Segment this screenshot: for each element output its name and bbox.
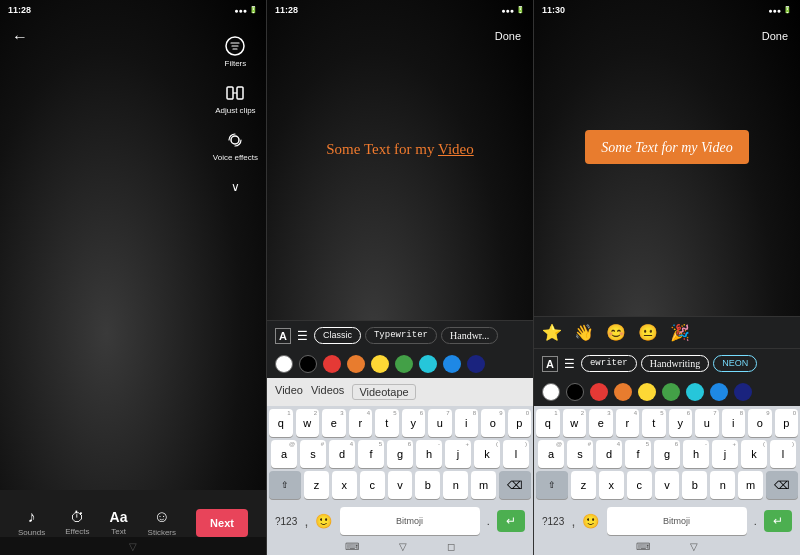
color-yellow[interactable] (371, 355, 389, 373)
stickers-button[interactable]: ☺ Stickers (148, 508, 176, 537)
color-orange[interactable] (614, 383, 632, 401)
back-button[interactable]: ← (12, 28, 28, 46)
style-ewriter[interactable]: ewriter (581, 355, 637, 372)
filters-menu-item[interactable]: Filters (224, 35, 246, 68)
key-a[interactable]: @a (538, 440, 564, 468)
color-blue[interactable] (443, 355, 461, 373)
party-icon[interactable]: 🎉 (670, 323, 690, 342)
key-y[interactable]: 6y (402, 409, 426, 437)
key-s[interactable]: #s (300, 440, 326, 468)
key-i[interactable]: 8i (455, 409, 479, 437)
neutral-icon[interactable]: 😐 (638, 323, 658, 342)
key-b[interactable]: b (415, 471, 440, 499)
key-j[interactable]: +j (712, 440, 738, 468)
key-m[interactable]: m (471, 471, 496, 499)
key-e[interactable]: 3e (589, 409, 613, 437)
key-t[interactable]: 5t (642, 409, 666, 437)
color-navy[interactable] (734, 383, 752, 401)
key-delete[interactable]: ⌫ (499, 471, 531, 499)
key-l[interactable]: )l (503, 440, 529, 468)
key-c[interactable]: c (627, 471, 652, 499)
numeric-toggle[interactable]: ?123 (542, 516, 564, 527)
emoji-key[interactable]: 🙂 (582, 513, 599, 529)
key-a[interactable]: @a (271, 440, 297, 468)
key-s[interactable]: #s (567, 440, 593, 468)
key-m[interactable]: m (738, 471, 763, 499)
suggestion-video[interactable]: Video (275, 384, 303, 400)
key-r[interactable]: 4r (616, 409, 640, 437)
voice-effects-menu-item[interactable]: Voice effects (213, 129, 258, 162)
paragraph-icon[interactable]: ☰ (564, 357, 575, 371)
text-align-icon[interactable]: A (275, 328, 291, 344)
paragraph-icon[interactable]: ☰ (297, 329, 308, 343)
key-n[interactable]: n (443, 471, 468, 499)
home-nav-icon[interactable]: ▽ (399, 541, 407, 552)
back-nav-icon[interactable]: ◻ (447, 541, 455, 552)
key-w[interactable]: 2w (296, 409, 320, 437)
key-l[interactable]: )l (770, 440, 796, 468)
key-o[interactable]: 9o (481, 409, 505, 437)
color-green[interactable] (662, 383, 680, 401)
panel2-done-button[interactable]: Done (495, 30, 521, 42)
period-key[interactable]: . (487, 515, 490, 527)
key-f[interactable]: 5f (625, 440, 651, 468)
style-classic[interactable]: Classic (314, 327, 361, 344)
color-white[interactable] (275, 355, 293, 373)
color-navy[interactable] (467, 355, 485, 373)
key-f[interactable]: 5f (358, 440, 384, 468)
key-e[interactable]: 3e (322, 409, 346, 437)
color-orange[interactable] (347, 355, 365, 373)
key-x[interactable]: x (599, 471, 624, 499)
color-teal[interactable] (419, 355, 437, 373)
comma-key[interactable]: , (571, 513, 575, 529)
comma-key[interactable]: , (304, 513, 308, 529)
key-g[interactable]: 6g (654, 440, 680, 468)
key-k[interactable]: (k (474, 440, 500, 468)
adjust-clips-menu-item[interactable]: Adjust clips (215, 82, 255, 115)
home-nav-icon[interactable]: ▽ (690, 541, 698, 552)
keyboard-nav-icon[interactable]: ⌨ (636, 541, 650, 552)
emoji-key[interactable]: 🙂 (315, 513, 332, 529)
style-typewriter[interactable]: Typewriter (365, 327, 437, 344)
key-o[interactable]: 9o (748, 409, 772, 437)
effects-button[interactable]: ⏱ Effects (65, 509, 89, 536)
style-neon[interactable]: NEON (713, 355, 757, 372)
key-z[interactable]: z (571, 471, 596, 499)
key-t[interactable]: 5t (375, 409, 399, 437)
color-teal[interactable] (686, 383, 704, 401)
color-white[interactable] (542, 383, 560, 401)
text-align-icon[interactable]: A (542, 356, 558, 372)
key-d[interactable]: 4d (329, 440, 355, 468)
key-p[interactable]: 0p (508, 409, 532, 437)
keyboard-nav-icon[interactable]: ⌨ (345, 541, 359, 552)
key-shift[interactable]: ⇧ (269, 471, 301, 499)
key-x[interactable]: x (332, 471, 357, 499)
key-n[interactable]: n (710, 471, 735, 499)
next-button[interactable]: Next (196, 509, 248, 537)
key-v[interactable]: v (655, 471, 680, 499)
color-red[interactable] (590, 383, 608, 401)
color-red[interactable] (323, 355, 341, 373)
style-handwriting[interactable]: Handwr... (441, 327, 498, 344)
key-d[interactable]: 4d (596, 440, 622, 468)
key-c[interactable]: c (360, 471, 385, 499)
key-i[interactable]: 8i (722, 409, 746, 437)
key-q[interactable]: 1q (269, 409, 293, 437)
key-u[interactable]: 7u (428, 409, 452, 437)
chevron-down-icon[interactable]: ∨ (231, 180, 240, 194)
panel3-done-button[interactable]: Done (762, 30, 788, 42)
key-b[interactable]: b (682, 471, 707, 499)
bitmoji-button[interactable]: Bitmoji (340, 507, 480, 535)
period-key[interactable]: . (754, 515, 757, 527)
home-nav-icon[interactable]: ▽ (129, 541, 137, 552)
return-key[interactable]: ↵ (497, 510, 525, 532)
key-h[interactable]: -h (683, 440, 709, 468)
key-shift[interactable]: ⇧ (536, 471, 568, 499)
color-black[interactable] (566, 383, 584, 401)
key-g[interactable]: 6g (387, 440, 413, 468)
key-q[interactable]: 1q (536, 409, 560, 437)
key-p[interactable]: 0p (775, 409, 799, 437)
suggestion-videotape[interactable]: Videotape (352, 384, 415, 400)
key-j[interactable]: +j (445, 440, 471, 468)
key-u[interactable]: 7u (695, 409, 719, 437)
